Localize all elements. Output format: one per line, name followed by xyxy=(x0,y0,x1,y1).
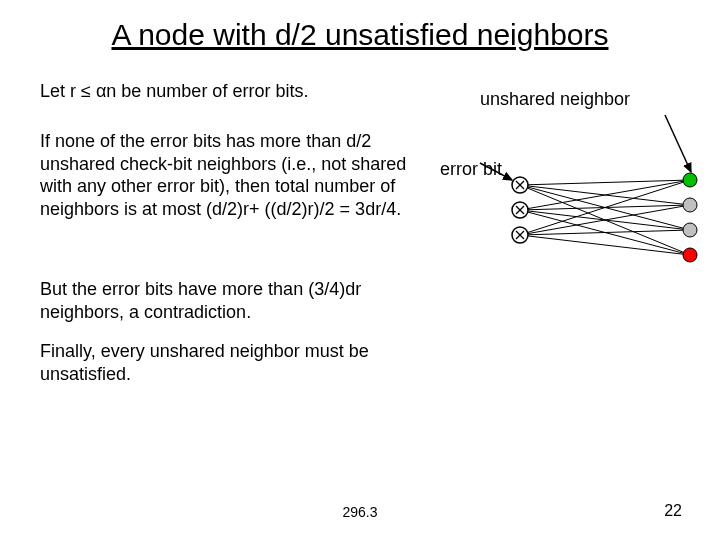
para-ifnone: If none of the error bits has more than … xyxy=(40,130,440,220)
footer-page-number: 22 xyxy=(664,502,682,520)
left-node-icon xyxy=(512,227,528,243)
right-node-icon xyxy=(683,248,697,262)
bipartite-diagram xyxy=(430,100,705,280)
slide-title: A node with d/2 unsatisfied neighbors xyxy=(0,18,720,52)
arrow-unshared-icon xyxy=(665,115,691,172)
para-finally: Finally, every unshared neighbor must be… xyxy=(40,340,440,385)
para-let: Let r ≤ αn be number of error bits. xyxy=(40,80,440,103)
right-node-icon xyxy=(683,223,697,237)
right-node-icon xyxy=(683,173,697,187)
right-node-icon xyxy=(683,198,697,212)
para-but: But the error bits have more than (3/4)d… xyxy=(40,278,440,323)
left-node-icon xyxy=(512,202,528,218)
footer-course: 296.3 xyxy=(0,504,720,520)
left-node-icon xyxy=(512,177,528,193)
arrow-errorbit-icon xyxy=(480,163,512,180)
